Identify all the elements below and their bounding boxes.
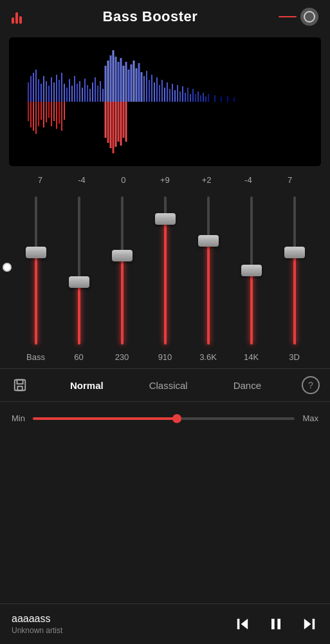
prev-button[interactable] [234,615,252,633]
song-title: aaaaass [12,613,62,625]
power-area [279,8,318,26]
eq-labels-row: Bass 60 230 910 3.6K 14K 3D [0,348,330,366]
slider-track-1 [78,196,80,345]
song-info: aaaaass Unknown artist [12,613,62,635]
bass-min-label: Min [12,413,25,423]
eq-label-4: 3.6K [196,352,221,362]
eq-val-3: +9 [152,175,178,185]
eq-label-5: 14K [239,352,264,362]
eq-val-4: +2 [194,175,219,185]
svg-rect-106 [277,619,280,629]
slider-track-2 [121,196,124,345]
slider-230[interactable] [107,196,138,345]
slider-14k[interactable] [236,196,267,345]
slider-thumb-6[interactable] [284,247,305,258]
svg-rect-100 [15,380,26,391]
svg-rect-105 [271,619,275,629]
slider-fill-5 [250,270,253,345]
eq-val-6: 7 [277,175,303,185]
power-button[interactable] [300,8,318,26]
bass-slider-track[interactable] [33,417,295,420]
slider-track-0 [35,196,37,345]
eq-label-3: 910 [152,352,178,362]
slider-fill-1 [78,282,80,345]
bass-slider-thumb[interactable] [172,414,181,423]
eq-val-1: -4 [69,175,95,185]
svg-rect-102 [17,386,22,390]
next-button[interactable] [300,615,318,633]
page-title: Bass Booster [103,8,198,25]
waveform-display [9,37,321,166]
eq-values-row: 7 -4 0 +9 +2 -4 7 [0,173,330,187]
slider-fill-3 [164,219,167,345]
slider-thumb-1[interactable] [69,276,89,288]
slider-3d[interactable] [279,196,310,345]
preset-classical[interactable]: Classical [144,377,193,393]
eq-label-6: 3D [282,352,307,362]
slider-thumb-0[interactable] [26,247,46,258]
slider-bass[interactable] [21,196,51,345]
slider-3k6[interactable] [193,196,224,345]
svg-rect-104 [237,619,240,629]
power-line [279,16,297,17]
eq-label-2: 230 [109,352,135,362]
bass-slider-fill [33,417,177,420]
sliders-area [0,190,330,345]
slider-track-6 [293,196,296,345]
help-button[interactable]: ? [302,376,320,394]
eq-val-0: 7 [27,175,53,185]
save-preset-button[interactable] [10,375,30,395]
eq-label-0: Bass [23,352,49,362]
app-header: Bass Booster [0,0,330,33]
slider-fill-0 [35,252,37,345]
preset-normal[interactable]: Normal [65,377,109,393]
song-artist: Unknown artist [12,626,62,635]
playback-bar: aaaaass Unknown artist [0,603,330,644]
svg-rect-101 [17,380,23,384]
slider-60[interactable] [64,196,95,345]
eq-val-5: -4 [235,175,261,185]
presets-row: Normal Classical Dance ? [0,368,330,402]
slider-track-3 [164,196,167,345]
side-dot [3,263,12,272]
equalizer-icon[interactable] [12,10,22,24]
slider-track-4 [207,196,210,345]
eq-label-1: 60 [66,352,92,362]
slider-910[interactable] [150,196,181,345]
preset-dance[interactable]: Dance [228,377,266,393]
slider-thumb-5[interactable] [241,265,262,276]
slider-fill-4 [207,241,210,345]
slider-thumb-3[interactable] [155,213,176,225]
slider-track-5 [250,196,253,345]
svg-rect-108 [313,619,315,629]
svg-marker-107 [304,619,311,629]
slider-fill-2 [121,256,124,345]
svg-marker-103 [241,619,248,629]
eq-val-2: 0 [111,175,136,185]
bass-intensity-slider-area: Min Max [0,404,330,432]
slider-fill-6 [293,252,296,345]
bass-max-label: Max [302,413,318,423]
pause-button[interactable] [267,615,285,633]
playback-controls [234,615,318,633]
slider-thumb-2[interactable] [112,250,133,261]
slider-thumb-4[interactable] [198,235,219,247]
sliders-inner [8,190,322,345]
